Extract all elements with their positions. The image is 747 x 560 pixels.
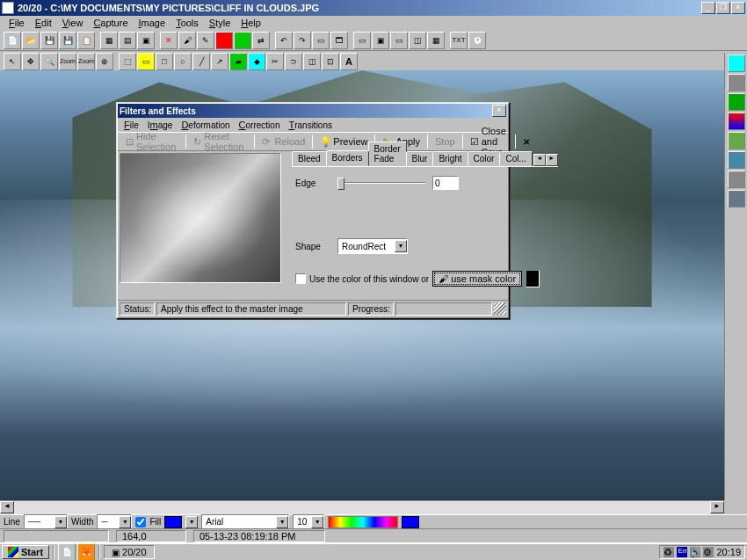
tool-selsquare[interactable]: □	[156, 53, 173, 70]
menu-style[interactable]: Style	[204, 17, 236, 29]
tool-frame[interactable]: ⊡	[322, 53, 339, 70]
tool-win3[interactable]: ▭	[390, 32, 408, 49]
tool-line[interactable]: ╱	[192, 53, 210, 70]
tab-scroll-right[interactable]: ►	[546, 154, 558, 166]
tool-texttool[interactable]: A	[340, 53, 358, 70]
layer-btn-3[interactable]	[728, 93, 745, 111]
tool-cut[interactable]: ✂	[266, 53, 284, 70]
layer-btn-4[interactable]	[728, 113, 745, 130]
tool-selrect[interactable]: ⬚	[119, 53, 136, 70]
tool-save[interactable]: 💾	[40, 32, 58, 49]
tool-paint[interactable]: 🖌	[178, 32, 196, 49]
tool-zoomsel[interactable]: Zoom	[77, 53, 95, 70]
layer-btn-7[interactable]	[728, 171, 745, 188]
tool-swatch-green[interactable]	[234, 32, 251, 49]
tool-saveas[interactable]: 💾	[59, 32, 76, 49]
tool-open[interactable]: 📂	[22, 32, 40, 49]
tab-color[interactable]: Color	[468, 151, 501, 166]
tool-pencil[interactable]: ✎	[197, 32, 214, 49]
quicklaunch-2[interactable]: 🦊	[77, 543, 95, 560]
tool-text[interactable]: TXT	[450, 32, 468, 49]
tool-shape2[interactable]: ◆	[248, 53, 265, 70]
chevron-down-icon[interactable]: ▼	[395, 240, 407, 252]
resize-grip[interactable]	[494, 302, 506, 315]
tool-grid[interactable]: ▦	[100, 32, 118, 49]
menu-capture[interactable]: Capture	[88, 17, 133, 29]
shape-combo[interactable]: RoundRect ▼	[337, 238, 408, 254]
layer-btn-1[interactable]	[728, 55, 745, 72]
scroll-right[interactable]: ►	[710, 501, 724, 513]
fill-color[interactable]	[164, 516, 182, 528]
tool-move[interactable]: ✥	[22, 53, 40, 70]
tool-cascade[interactable]: ▣	[137, 32, 155, 49]
tool-zoomout[interactable]: Zoom	[59, 53, 76, 70]
dlg-menu-file[interactable]: File	[120, 119, 143, 131]
tab-borders[interactable]: Borders	[326, 150, 369, 166]
tool-win5[interactable]: ▦	[427, 32, 445, 49]
tool-window[interactable]: 🗔	[330, 32, 348, 49]
tool-swap[interactable]: ⇄	[252, 32, 270, 49]
tool-arrow[interactable]: ↗	[211, 53, 228, 70]
tool-selyellow[interactable]: ▭	[137, 53, 155, 70]
close-save-button[interactable]: ☑Close and Save	[464, 134, 514, 149]
tool-crosshair[interactable]: ⊕	[96, 53, 113, 70]
tool-undo[interactable]: ↶	[275, 32, 293, 49]
edge-input[interactable]	[432, 176, 459, 190]
scroll-left[interactable]: ◄	[0, 501, 14, 513]
gradient-picker[interactable]	[328, 516, 398, 528]
layer-btn-5[interactable]	[728, 132, 745, 149]
width-combo[interactable]: ─▼	[97, 514, 132, 530]
tray-lang[interactable]: En	[677, 547, 687, 557]
tray-icon-3[interactable]: ⚙	[703, 547, 714, 557]
tool-lasso[interactable]: ⊃	[285, 53, 302, 70]
tool-redo[interactable]: ↷	[294, 32, 311, 49]
menu-edit[interactable]: Edit	[30, 17, 57, 29]
fill-checkbox[interactable]	[135, 517, 146, 527]
tool-rect[interactable]: ▭	[312, 32, 330, 49]
reload-button[interactable]: ⟳Reload	[256, 134, 312, 149]
dialog-close-button[interactable]: ×	[492, 105, 506, 117]
mask-color-swatch[interactable]	[526, 270, 540, 287]
close-button[interactable]: ×	[731, 2, 745, 14]
line-style-combo[interactable]: ──▼	[24, 514, 68, 530]
restore-button[interactable]: ❐	[716, 2, 730, 14]
dialog-x-button[interactable]: ✕	[517, 134, 536, 149]
menu-tools[interactable]: Tools	[170, 17, 204, 29]
menu-image[interactable]: Image	[134, 17, 171, 29]
dlg-menu-correction[interactable]: Correction	[235, 119, 285, 131]
tool-clock[interactable]: 🕐	[468, 32, 486, 49]
tool-polygon[interactable]: ▰	[229, 53, 247, 70]
taskbar-app[interactable]: ▣ 20/20	[104, 545, 155, 559]
scroll-track[interactable]	[14, 501, 710, 514]
edge-slider[interactable]	[337, 176, 425, 190]
tab-blur[interactable]: Blur	[406, 151, 434, 166]
fontsize-combo[interactable]: 10▼	[293, 514, 324, 530]
tab-more[interactable]: Col...	[499, 151, 532, 166]
dlg-menu-deformation[interactable]: Deformation	[177, 119, 234, 131]
tool-win4[interactable]: ◫	[409, 32, 426, 49]
use-mask-color-button[interactable]: 🖌use mask color	[432, 271, 522, 287]
layer-btn-6[interactable]	[728, 151, 745, 169]
reset-selection-button[interactable]: ↻Reset Selection	[187, 134, 252, 149]
font-combo[interactable]: Arial▼	[201, 514, 289, 530]
fill-dropdown[interactable]: ▼	[185, 516, 198, 528]
slider-thumb[interactable]	[337, 178, 344, 190]
tray-icon-1[interactable]: ♻	[664, 547, 674, 557]
tool-delete[interactable]: ✕	[160, 32, 178, 49]
menu-view[interactable]: View	[57, 17, 89, 29]
tool-clipboard[interactable]: 📋	[77, 32, 95, 49]
hide-selection-button[interactable]: ⊡Hide Selection	[120, 134, 185, 149]
tool-callout[interactable]: ◫	[303, 53, 321, 70]
dlg-menu-image[interactable]: Image	[143, 119, 178, 131]
dlg-menu-transitions[interactable]: Transitions	[284, 119, 337, 131]
minimize-button[interactable]: _	[701, 2, 715, 14]
quicklaunch-1[interactable]: 📄	[58, 543, 76, 560]
tab-bleed[interactable]: Bleed	[292, 151, 327, 166]
tab-bright[interactable]: Bright	[432, 151, 468, 166]
tool-new[interactable]: 📄	[4, 32, 21, 49]
tray-icon-2[interactable]: 🔊	[690, 547, 700, 557]
horizontal-scrollbar[interactable]: ◄ ►	[0, 500, 724, 514]
menu-help[interactable]: Help	[236, 17, 266, 29]
tool-ellipse[interactable]: ○	[174, 53, 192, 70]
tool-win2[interactable]: ▣	[372, 32, 389, 49]
